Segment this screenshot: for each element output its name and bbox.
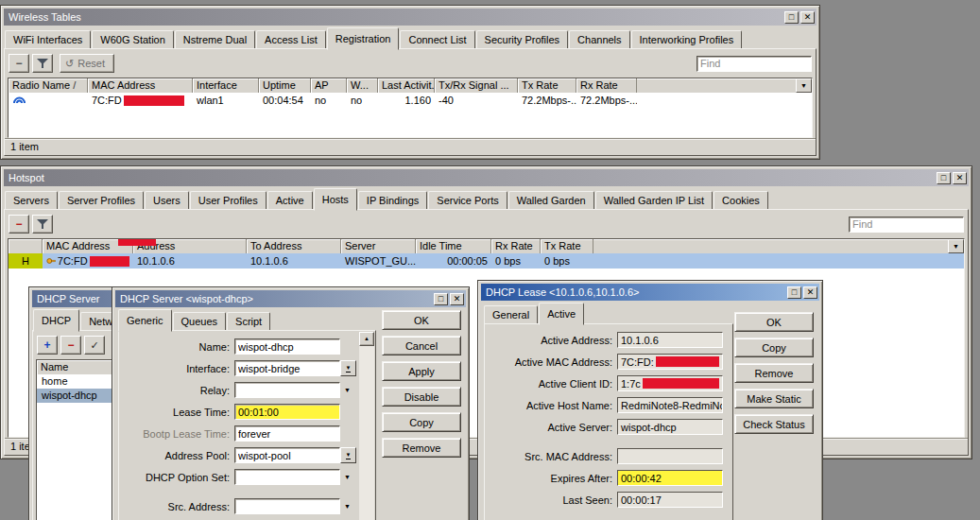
tab-w60g-station[interactable]: W60G Station <box>92 30 173 49</box>
column-header-ap[interactable]: AP <box>311 78 347 93</box>
copy-button[interactable]: Copy <box>734 338 814 357</box>
enable-button[interactable]: ✓ <box>84 336 105 355</box>
remove-button[interactable]: − <box>9 54 29 73</box>
column-header-txrx-signal[interactable]: Tx/Rx Signal ... <box>435 78 518 93</box>
column-selector-button[interactable]: ▼ <box>796 78 812 93</box>
close-icon[interactable]: ✕ <box>800 11 815 24</box>
titlebar[interactable]: Wireless Tables □ ✕ <box>4 9 817 26</box>
apply-button[interactable]: Apply <box>382 361 461 381</box>
src-address-dropdown-icon[interactable]: ▼ <box>340 503 354 510</box>
titlebar[interactable]: DHCP Server <wispot-dhcp> □ ✕ <box>115 290 466 307</box>
tab-registration[interactable]: Registration <box>327 27 400 50</box>
vertical-scrollbar[interactable]: ▲ <box>359 332 374 520</box>
column-header-interface[interactable]: Interface <box>193 78 259 93</box>
titlebar[interactable]: Hotspot □ ✕ <box>4 169 969 186</box>
column-header-server[interactable]: Server <box>341 239 416 253</box>
tab-active[interactable]: Active <box>539 303 584 325</box>
tab-queues[interactable]: Queues <box>173 312 227 331</box>
find-input[interactable] <box>849 217 964 233</box>
tab-cookies[interactable]: Cookies <box>714 191 768 210</box>
add-button[interactable]: + <box>37 336 58 355</box>
tab-user-profiles[interactable]: User Profiles <box>190 191 266 210</box>
column-header-to-address[interactable]: To Address <box>247 239 341 253</box>
host-row[interactable]: H 7C:FD 10.1.0.6 10.1.0.6 WISPOT_GU... 0… <box>9 253 964 269</box>
tab-security-profiles[interactable]: Security Profiles <box>476 30 568 49</box>
tab-connect-list[interactable]: Connect List <box>400 30 474 49</box>
column-header-flags[interactable] <box>9 239 43 253</box>
tab-service-ports[interactable]: Service Ports <box>428 191 507 210</box>
tab-dhcp[interactable]: DHCP <box>33 309 79 332</box>
column-header-w[interactable]: W... <box>347 78 378 93</box>
filter-button[interactable] <box>32 54 53 73</box>
dropdown-icon: ▼ <box>346 452 352 459</box>
tab-general[interactable]: General <box>484 305 538 324</box>
column-header-tx-rate[interactable]: Tx Rate <box>518 78 576 93</box>
titlebar[interactable]: DHCP Lease <10.1.0.6,10.1.0.6> □ ✕ <box>481 284 819 301</box>
address-pool-input[interactable] <box>234 447 340 463</box>
cancel-button[interactable]: Cancel <box>382 336 461 355</box>
registration-row[interactable]: 7C:FD wlan1 00:04:54 no no 1.160 -40 72.… <box>9 93 812 108</box>
tab-channels[interactable]: Channels <box>569 30 629 49</box>
tab-users[interactable]: Users <box>145 191 189 210</box>
interface-dropdown-button[interactable]: ▼ <box>340 360 356 376</box>
column-selector-button[interactable]: ▼ <box>948 239 964 253</box>
tab-server-profiles[interactable]: Server Profiles <box>59 191 144 210</box>
tab-nstreme-dual[interactable]: Nstreme Dual <box>175 30 255 49</box>
bootp-lease-time-input[interactable] <box>234 425 340 442</box>
tab-ip-bindings[interactable]: IP Bindings <box>358 191 427 210</box>
column-header-uptime[interactable]: Uptime <box>259 78 311 93</box>
close-icon[interactable]: ✕ <box>450 293 464 305</box>
tab-access-list[interactable]: Access List <box>256 30 326 49</box>
filter-button[interactable] <box>32 215 53 234</box>
check-status-button[interactable]: Check Status <box>734 414 814 434</box>
name-input[interactable] <box>234 338 340 355</box>
tab-hosts[interactable]: Hosts <box>314 188 357 211</box>
column-header-mac-address[interactable]: MAC Address <box>88 78 193 93</box>
make-static-button[interactable]: Make Static <box>734 389 814 408</box>
tab-active[interactable]: Active <box>267 191 313 210</box>
dhcp-option-set-dropdown-icon[interactable]: ▼ <box>340 474 354 480</box>
disable-button[interactable]: Disable <box>382 387 461 407</box>
maximize-icon[interactable]: □ <box>787 286 801 299</box>
column-header-tx-rate[interactable]: Tx Rate <box>541 239 593 253</box>
reset-button[interactable]: ↺Reset <box>60 54 114 73</box>
tab-interworking-profiles[interactable]: Interworking Profiles <box>631 30 743 49</box>
copy-button[interactable]: Copy <box>382 412 461 432</box>
remove-button[interactable]: Remove <box>734 363 814 383</box>
rx-rate-cell: 72.2Mbps-... <box>576 93 637 108</box>
close-icon[interactable]: ✕ <box>953 172 967 184</box>
address-pool-dropdown-button[interactable]: ▼ <box>340 447 356 463</box>
tab-walled-garden-ip-list[interactable]: Walled Garden IP List <box>595 191 713 210</box>
check-icon: ✓ <box>90 339 98 352</box>
src-address-input[interactable] <box>234 498 340 514</box>
column-header-last-activity[interactable]: Last Activit... <box>378 78 435 93</box>
tab-walled-garden[interactable]: Walled Garden <box>508 191 594 210</box>
toolbar: − ↺Reset <box>5 49 816 78</box>
registration-panel: − ↺Reset Radio Name/ MAC Address Interfa… <box>4 48 817 156</box>
close-icon[interactable]: ✕ <box>803 286 817 299</box>
maximize-icon[interactable]: □ <box>434 293 448 305</box>
interface-input[interactable] <box>234 360 340 376</box>
relay-input[interactable] <box>234 382 340 398</box>
remove-button[interactable]: Remove <box>382 438 461 458</box>
dhcp-option-set-input[interactable] <box>234 469 340 485</box>
scroll-up-icon[interactable]: ▲ <box>359 332 374 346</box>
minus-icon: − <box>67 338 74 352</box>
ok-button[interactable]: OK <box>734 312 814 332</box>
relay-dropdown-icon[interactable]: ▼ <box>340 387 354 393</box>
lease-time-input[interactable] <box>234 404 340 420</box>
find-input[interactable] <box>696 56 812 72</box>
remove-button[interactable]: − <box>60 336 81 355</box>
tab-script[interactable]: Script <box>227 312 270 331</box>
maximize-icon[interactable]: □ <box>784 11 799 24</box>
tab-generic[interactable]: Generic <box>118 309 172 332</box>
column-header-radio-name[interactable]: Radio Name/ <box>9 78 88 93</box>
maximize-icon[interactable]: □ <box>937 172 951 184</box>
remove-button[interactable]: − <box>9 215 29 234</box>
column-header-rx-rate[interactable]: Rx Rate <box>576 78 637 93</box>
ok-button[interactable]: OK <box>382 310 461 330</box>
tab-wifi-interfaces[interactable]: WiFi Interfaces <box>5 30 91 49</box>
column-header-rx-rate[interactable]: Rx Rate <box>491 239 541 253</box>
column-header-idle-time[interactable]: Idle Time <box>416 239 491 253</box>
tab-servers[interactable]: Servers <box>5 191 58 210</box>
